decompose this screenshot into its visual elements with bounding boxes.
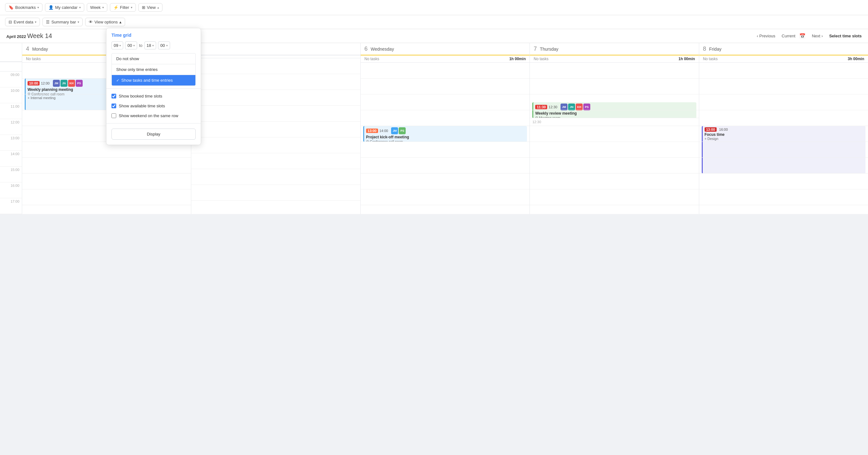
to-label: to [139,43,143,48]
thu-slot-13 [530,126,699,142]
end-hour-select[interactable]: 18 ▾ [145,41,156,50]
wed-slot-15 [361,158,529,174]
fri-slot-15 [699,158,868,174]
show-available-checkbox[interactable] [112,103,116,108]
bookmarks-button[interactable]: 🔖 Bookmarks ▾ [5,3,42,12]
monday-slot-16 [22,174,191,189]
summary-bar-button[interactable]: ☰ Summary bar ▾ [42,18,83,26]
caret-em: ▾ [166,44,168,47]
task-option-both[interactable]: ✓ Show tasks and time entries [112,75,195,86]
thu-slot-14 [530,142,699,158]
week-label: Week [90,5,101,10]
filter-button[interactable]: ⚡ Filter ▾ [110,3,136,12]
wednesday-time: 1h 00min [509,57,526,61]
thursday-slots: 11:30 12:30 JM JN KH PS Weekly review me… [530,63,699,214]
start-hour-value: 09 [114,43,118,48]
show-weekend-checkbox[interactable] [112,113,116,118]
fri-slot-11 [699,94,868,110]
time-label-10: 10:00 [0,87,22,103]
table-icon: ⊟ [8,20,12,24]
friday-tasks: No tasks [703,57,718,61]
wednesday-tasks-row: No tasks 1h 00min [361,55,529,63]
task-option-timeonly[interactable]: Show only time entries [112,64,195,75]
next-button[interactable]: Next › [809,32,826,39]
task-option-label-0: Do not show [116,56,139,61]
time-column: 09:00 10:00 11:00 12:00 13:00 14:00 15:0… [0,43,22,214]
day-col-tuesday: 5 [191,43,360,214]
filter-icon: ⚡ [113,5,118,10]
caret-icon5: ▴ [157,6,159,9]
tuesday-slot-16 [191,169,360,185]
fri-slot-13 [699,126,868,142]
caret-icon7: ▾ [78,20,79,24]
day-col-thursday: 7 Thursday No tasks 1h 00min 11:30 12:30… [530,43,699,214]
time-label-11: 11:00 [0,103,22,119]
wed-slot-09 [361,63,529,79]
tuesday-slot-12 [191,106,360,122]
time-label-17: 17:00 [0,198,22,214]
tuesday-slot-10 [191,74,360,90]
show-booked-row[interactable]: Show booked time slots [106,91,201,101]
show-booked-checkbox[interactable] [112,94,116,98]
friday-time: 3h 00min [848,57,864,61]
summary-bar-label: Summary bar [51,20,76,24]
task-option-label-2: Show tasks and time entries [121,78,173,83]
start-hour-select[interactable]: 09 ▾ [112,41,123,50]
person-icon: 👤 [49,5,54,10]
thursday-tasks-row: No tasks 1h 00min [530,55,699,63]
thu-slot-10 [530,79,699,94]
display-btn-row: Display [106,126,201,141]
fri-slot-17 [699,189,868,205]
previous-button[interactable]: ‹ Previous [754,32,778,39]
thu-slot-11 [530,94,699,110]
current-label: Current [781,34,795,38]
show-available-row[interactable]: Show available time slots [106,101,201,111]
time-label-12: 12:00 [0,119,22,135]
thu-slot-15 [530,158,699,174]
my-calendar-button[interactable]: 👤 My calendar ▾ [45,3,84,12]
caret-icon6: ▾ [35,20,36,24]
next-label: Next [812,34,820,38]
time-col-tasks [0,62,22,71]
fri-slot-14 [699,142,868,158]
display-button[interactable]: Display [112,128,196,140]
bookmark-icon: 🔖 [8,5,13,10]
thu-slot-12 [530,110,699,118]
view-icon: ⊞ [142,5,145,10]
task-option-donot[interactable]: Do not show [112,54,195,64]
toolbar-row2: ⊟ Event data ▾ ☰ Summary bar ▾ 👁 View op… [0,15,868,29]
wed-slot-12 [361,110,529,126]
calendar-icon[interactable]: 📅 [799,33,806,39]
end-min-select[interactable]: 00 ▾ [158,41,170,50]
view-options-label: View options [94,20,118,24]
fri-slot-16 [699,174,868,189]
event-data-button[interactable]: ⊟ Event data ▾ [5,18,40,26]
show-weekend-row[interactable]: Show weekend on the same row [106,111,201,121]
view-options-button[interactable]: 👁 View options ▴ [85,18,125,26]
view-button[interactable]: ⊞ View ▴ [138,3,162,12]
end-min-value: 00 [160,43,165,48]
wed-slot-16 [361,174,529,189]
time-label-14: 14:00 [0,151,22,166]
select-time-slots-button[interactable]: Select time slots [829,34,862,38]
wed-slot-17 [361,189,529,205]
previous-label: Previous [760,34,776,38]
day-col-wednesday: 6 Wednesday No tasks 1h 00min 13:00 14:0… [361,43,530,214]
wed-slot-10 [361,79,529,94]
summary-icon: ☰ [46,20,50,24]
friday-tasks-row: No tasks 3h 00min [699,55,868,63]
show-weekend-label: Show weekend on the same row [119,113,178,118]
caret-icon3: ▾ [102,6,104,9]
month-year: April 2022 [6,34,27,39]
day-header-thursday: 7 Thursday [530,43,699,55]
nav-area: ‹ Previous Current 📅 Next › Select time … [754,32,862,39]
tuesday-slot-13 [191,122,360,138]
week-button[interactable]: Week ▾ [87,3,107,12]
start-min-select[interactable]: 00 ▾ [125,41,137,50]
thu-slot-1230: 12:30 [530,118,699,126]
time-grid-row: 09 ▾ 00 ▾ to 18 ▾ 00 ▾ [106,40,201,53]
tuesday-slot-17 [191,185,360,201]
task-options-list: Do not show Show only time entries ✓ Sho… [112,53,196,86]
thu-slot-16 [530,174,699,189]
bookmarks-label: Bookmarks [15,5,36,10]
